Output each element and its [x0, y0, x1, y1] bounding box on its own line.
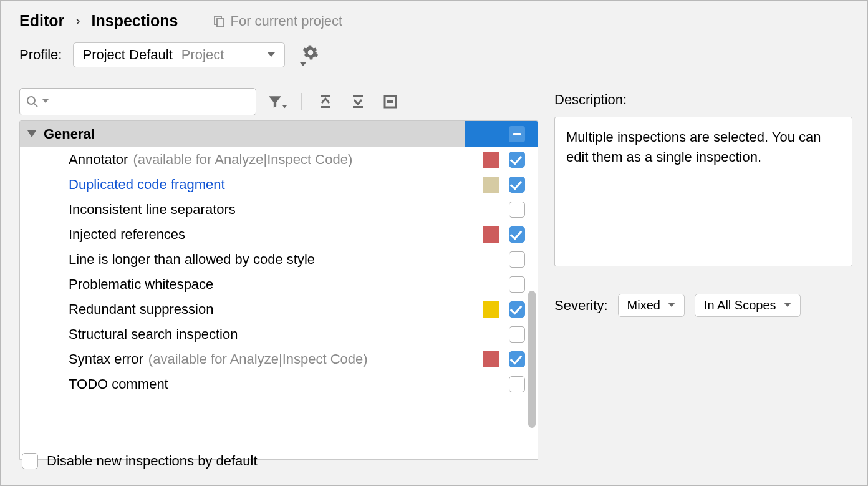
project-scope-icon — [214, 16, 225, 27]
group-mixed-checkbox[interactable] — [509, 126, 525, 142]
tree-row[interactable]: Syntax error(available for Analyze|Inspe… — [20, 347, 538, 372]
tree-row-label: Line is longer than allowed by code styl… — [69, 251, 315, 268]
chevron-down-icon — [267, 52, 276, 58]
filter-button[interactable] — [266, 90, 289, 113]
tree-row-label: Syntax error — [69, 351, 143, 367]
tree-group-status — [465, 121, 538, 147]
tree-row-hint: (available for Analyze|Inspect Code) — [133, 152, 352, 168]
severity-swatch — [483, 251, 499, 268]
svg-rect-9 — [387, 100, 393, 103]
tree-row-hint: (available for Analyze|Inspect Code) — [148, 351, 368, 367]
description-box: Multiple inspections are selected. You c… — [554, 117, 852, 266]
inspections-left-panel: General Annotator(available for Analyze|… — [19, 88, 538, 460]
inspection-checkbox[interactable] — [509, 326, 525, 343]
tree-row-label: Structural search inspection — [69, 326, 238, 343]
tree-body[interactable]: Annotator(available for Analyze|Inspect … — [20, 147, 538, 459]
severity-swatch — [483, 326, 499, 343]
collapse-all-button[interactable] — [347, 90, 369, 113]
severity-swatch — [483, 276, 499, 293]
tree-row[interactable]: Annotator(available for Analyze|Inspect … — [20, 147, 538, 172]
profile-dropdown[interactable]: Project Default Project — [73, 42, 285, 67]
profile-scope: Project — [181, 47, 224, 63]
severity-label: Severity: — [554, 298, 608, 314]
breadcrumb-current: Inspections — [92, 12, 178, 30]
chevron-down-icon — [668, 303, 675, 308]
profile-row: Profile: Project Default Project — [1, 36, 867, 79]
svg-rect-6 — [353, 95, 363, 97]
search-caret-icon — [42, 99, 49, 104]
expand-all-button[interactable] — [314, 90, 337, 113]
search-input[interactable] — [52, 94, 249, 110]
context-badge-label: For current project — [230, 13, 342, 29]
gear-icon — [302, 44, 319, 61]
tree-row-label: Redundant suppression — [69, 301, 213, 318]
context-badge: For current project — [214, 13, 342, 29]
inspection-checkbox[interactable] — [509, 202, 525, 218]
tree-group-title: General — [44, 126, 465, 142]
svg-line-3 — [34, 104, 37, 107]
severity-row: Severity: Mixed In All Scopes — [554, 294, 852, 317]
tree-row[interactable]: Injected references — [20, 222, 538, 247]
tree-row-label: Inconsistent line separators — [69, 202, 236, 218]
tree-row[interactable]: Inconsistent line separators — [20, 197, 538, 222]
severity-dropdown[interactable]: Mixed — [618, 294, 685, 317]
inspection-checkbox[interactable] — [509, 351, 525, 367]
description-label: Description: — [554, 92, 852, 108]
scrollbar-thumb[interactable] — [528, 291, 536, 428]
severity-value: Mixed — [627, 298, 660, 313]
inspection-checkbox[interactable] — [509, 301, 525, 318]
svg-point-2 — [27, 97, 35, 104]
reset-icon — [383, 95, 397, 109]
tree-row-label: Injected references — [69, 226, 185, 243]
svg-rect-5 — [321, 106, 330, 108]
tree-row[interactable]: TODO comment — [20, 372, 538, 397]
footer-row: Disable new inspections by default — [22, 453, 258, 469]
tree-group-header[interactable]: General — [20, 121, 538, 147]
tree-row[interactable]: Duplicated code fragment — [20, 172, 538, 197]
collapse-all-icon — [350, 94, 365, 109]
disclosure-triangle-icon — [27, 130, 36, 138]
inspection-checkbox[interactable] — [509, 251, 525, 268]
inspection-checkbox[interactable] — [509, 376, 525, 392]
chevron-down-icon — [784, 303, 791, 308]
filter-icon — [267, 94, 283, 110]
breadcrumb-parent[interactable]: Editor — [19, 12, 64, 30]
disable-new-checkbox[interactable] — [22, 453, 38, 469]
inspection-checkbox[interactable] — [509, 226, 525, 243]
tree-row[interactable]: Line is longer than allowed by code styl… — [20, 247, 538, 272]
inspections-toolbar — [19, 88, 538, 120]
inspections-right-panel: Description: Multiple inspections are se… — [554, 88, 852, 460]
tree-row[interactable]: Structural search inspection — [20, 322, 538, 347]
svg-rect-1 — [217, 19, 224, 27]
inspections-tree: General Annotator(available for Analyze|… — [19, 120, 538, 460]
inspection-checkbox[interactable] — [509, 152, 525, 168]
disable-new-label: Disable new inspections by default — [47, 453, 258, 469]
severity-swatch — [483, 301, 499, 318]
tree-row-label: Duplicated code fragment — [69, 177, 225, 193]
inspection-checkbox[interactable] — [509, 276, 525, 293]
profile-label: Profile: — [19, 47, 62, 63]
breadcrumb: Editor › Inspections For current project — [1, 1, 867, 36]
reset-button[interactable] — [379, 90, 402, 113]
tree-row-label: TODO comment — [69, 376, 168, 392]
severity-swatch — [483, 177, 499, 193]
scope-value: In All Scopes — [704, 298, 776, 313]
scope-dropdown[interactable]: In All Scopes — [695, 294, 801, 317]
tree-row-label: Annotator — [69, 152, 128, 168]
toolbar-separator — [301, 93, 302, 110]
profile-settings-button[interactable] — [302, 44, 319, 66]
severity-swatch — [483, 226, 499, 243]
tree-row[interactable]: Redundant suppression — [20, 297, 538, 322]
expand-all-icon — [318, 94, 333, 109]
tree-row[interactable]: Problematic whitespace — [20, 272, 538, 297]
inspection-checkbox[interactable] — [509, 177, 525, 193]
severity-swatch — [483, 351, 499, 367]
severity-swatch — [483, 376, 499, 392]
search-icon — [26, 95, 39, 108]
profile-selected: Project Default — [82, 47, 172, 63]
svg-rect-7 — [353, 106, 363, 108]
breadcrumb-separator: › — [75, 13, 80, 29]
search-field[interactable] — [19, 88, 256, 115]
settings-window: Editor › Inspections For current project… — [0, 0, 868, 486]
tree-row-label: Problematic whitespace — [69, 276, 213, 293]
